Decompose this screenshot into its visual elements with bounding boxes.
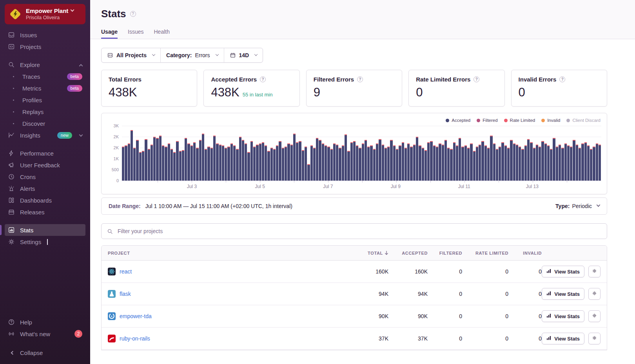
legend-item[interactable]: Invalid	[541, 118, 560, 123]
tab-issues[interactable]: Issues	[128, 29, 143, 39]
view-stats-button[interactable]: View Stats	[542, 288, 584, 300]
sidebar-item-releases[interactable]: Releases	[5, 206, 85, 218]
calendar-icon	[230, 52, 236, 58]
column-rate-limited[interactable]: RATE LIMITED	[462, 251, 508, 255]
chart-bar	[133, 148, 136, 181]
sidebar-item-stats[interactable]: Stats	[5, 224, 85, 236]
whats-new-button[interactable]: What's new 2	[5, 328, 85, 340]
chart-bar	[501, 142, 504, 181]
chart-bar	[470, 143, 472, 181]
project-settings-button[interactable]	[588, 266, 601, 277]
help-icon	[8, 319, 15, 326]
sidebar-item-discover[interactable]: Discover	[5, 118, 85, 129]
x-tick	[464, 181, 465, 183]
project-settings-button[interactable]	[588, 333, 601, 344]
view-stats-button[interactable]: View Stats	[542, 333, 584, 344]
chart-bar	[256, 145, 258, 181]
tab-usage[interactable]: Usage	[101, 29, 118, 39]
project-link[interactable]: flask	[120, 291, 131, 297]
sidebar-item-alerts[interactable]: Alerts	[5, 183, 85, 194]
chart-bar	[245, 143, 247, 181]
help-icon[interactable]: ?	[357, 76, 363, 82]
help-icon[interactable]: ?	[559, 76, 565, 82]
chart-bar	[382, 145, 384, 181]
project-link[interactable]: empower-tda	[120, 313, 152, 319]
cell-invalid: 0	[508, 268, 542, 275]
legend-item[interactable]: Filtered	[477, 118, 497, 123]
legend-item[interactable]: Rate Limited	[504, 118, 535, 123]
help-icon[interactable]: ?	[260, 76, 266, 82]
help-icon[interactable]: ?	[474, 76, 479, 82]
help-button[interactable]: Help	[5, 316, 85, 328]
column-total[interactable]: TOTAL	[351, 251, 388, 255]
sidebar-item-performance[interactable]: Performance	[5, 147, 85, 159]
column-filtered[interactable]: FILTERED	[428, 251, 462, 255]
sidebar-item-user-feedback[interactable]: User Feedback	[5, 159, 85, 171]
project-link[interactable]: react	[120, 268, 132, 275]
column-invalid[interactable]: INVALID	[508, 251, 542, 255]
x-tick-label: Jul 11	[458, 184, 470, 189]
view-stats-button[interactable]: View Stats	[542, 266, 584, 277]
sidebar-item-projects[interactable]: Projects	[5, 41, 85, 53]
column-accepted[interactable]: ACCEPTED	[388, 251, 428, 255]
category-selector[interactable]: Category: Errors	[160, 48, 223, 62]
collapse-button[interactable]: Collapse	[5, 347, 85, 359]
sidebar-item-insights[interactable]: Insights new	[5, 129, 85, 141]
chart-bar	[584, 142, 587, 181]
chart-bar	[125, 145, 127, 181]
org-switcher[interactable]: Empower Plant Priscila Oliveira	[5, 4, 85, 24]
x-tick	[362, 181, 363, 183]
date-period-selector[interactable]: 14D	[224, 48, 263, 62]
chart-bar	[279, 141, 281, 181]
chart-bar	[581, 143, 584, 181]
gear-icon	[592, 313, 597, 319]
chart-bar	[376, 143, 378, 181]
project-settings-button[interactable]	[588, 288, 601, 300]
sidebar-item-settings[interactable]: Settings	[5, 236, 85, 248]
chart-bar	[425, 150, 427, 181]
sidebar-item-traces[interactable]: Traces beta	[5, 71, 85, 82]
sidebar-item-crons[interactable]: Crons	[5, 171, 85, 183]
sidebar-item-profiles[interactable]: Profiles	[5, 94, 85, 106]
sidebar-item-issues[interactable]: Issues	[5, 29, 85, 41]
sidebar-item-replays[interactable]: Replays	[5, 106, 85, 118]
column-project[interactable]: PROJECT	[108, 251, 351, 255]
chart-bar	[273, 149, 276, 181]
chart-bar	[165, 147, 167, 181]
cell-filtered: 0	[428, 291, 462, 297]
sidebar: Empower Plant Priscila Oliveira Issues P…	[0, 0, 90, 364]
text-cursor	[47, 239, 48, 245]
help-icon[interactable]: ?	[130, 11, 136, 17]
projects-icon	[8, 43, 15, 50]
project-selector[interactable]: All Projects	[102, 48, 160, 62]
chart-bar	[570, 147, 572, 181]
chart-bar	[185, 138, 187, 181]
help-label: Help	[20, 319, 32, 326]
chart-bar	[596, 143, 598, 181]
type-selector[interactable]: Type: Periodic	[555, 203, 600, 209]
chart-bar	[459, 138, 461, 181]
project-settings-button[interactable]	[588, 310, 601, 322]
view-stats-button[interactable]: View Stats	[542, 310, 584, 322]
chart-bar	[521, 149, 524, 181]
flask-platform-icon	[108, 290, 116, 298]
x-tick	[533, 181, 533, 183]
chart-bar	[176, 141, 178, 181]
chart-bar	[299, 141, 301, 181]
legend-item[interactable]: Client Discard	[566, 118, 601, 123]
legend-item[interactable]: Accepted	[446, 118, 470, 123]
chart-bar	[524, 145, 527, 181]
search-input[interactable]	[117, 228, 601, 235]
chart-bar	[342, 145, 344, 181]
chart-bar	[333, 143, 336, 181]
sidebar-item-metrics[interactable]: Metrics beta	[5, 82, 85, 94]
tab-health[interactable]: Health	[154, 29, 170, 39]
sidebar-item-explore[interactable]: Explore	[5, 59, 85, 71]
chart-bar	[536, 145, 538, 181]
project-link[interactable]: ruby-on-rails	[120, 335, 150, 342]
sidebar-item-dashboards[interactable]: Dashboards	[5, 194, 85, 206]
card-title: Filtered Errors	[314, 76, 354, 83]
cell-filtered: 0	[428, 268, 462, 275]
chart-bar	[393, 145, 396, 181]
chart-bar	[442, 145, 444, 181]
